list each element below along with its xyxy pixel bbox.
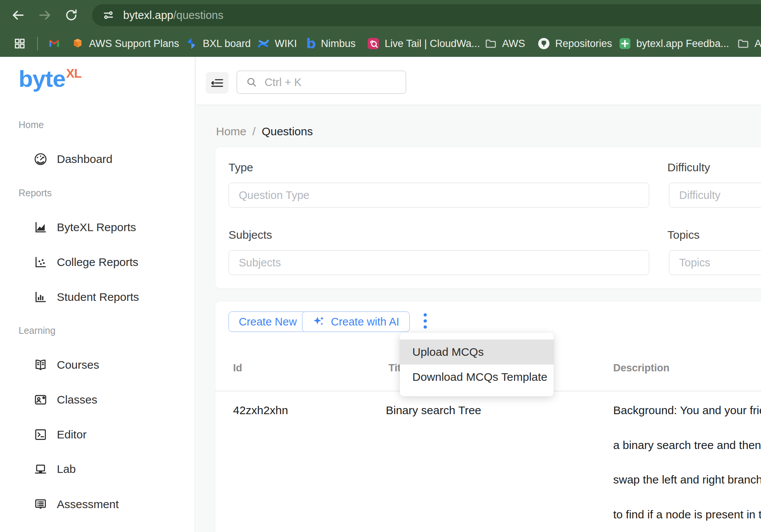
sidebar-item-label: Classes: [57, 393, 97, 406]
cloudwatch-icon: [367, 37, 380, 50]
bookmark-bytexl-feedback[interactable]: bytexl.app Feedba...: [619, 30, 729, 57]
aws-cube-icon: [71, 37, 84, 50]
global-search[interactable]: [236, 70, 406, 94]
create-new-button[interactable]: Create New: [229, 311, 307, 332]
sidebar-item-courses[interactable]: Courses: [33, 357, 99, 372]
collapse-sidebar-icon: [210, 76, 224, 90]
sidebar-item-student-reports[interactable]: Student Reports: [33, 289, 139, 305]
gmail-icon: [48, 37, 61, 50]
subjects-label: Subjects: [229, 229, 272, 241]
kebab-menu-icon: [423, 313, 427, 330]
create-with-ai-button[interactable]: Create with AI: [302, 311, 410, 332]
gauge-icon: [33, 152, 48, 166]
bookmark-gmail[interactable]: [48, 30, 66, 57]
bytexl-logo[interactable]: byteXL: [19, 65, 81, 92]
bookmark-aws-support-plans[interactable]: AWS Support Plans: [71, 30, 179, 57]
confluence-icon: [257, 37, 270, 50]
description-line: a binary search tree and then at oc: [613, 439, 761, 474]
column-header-description: Description: [613, 362, 670, 374]
sidebar-item-college-reports[interactable]: College Reports: [33, 255, 138, 270]
sidebar-item-editor[interactable]: Editor: [33, 427, 86, 442]
actions-dropdown-menu: Upload MCQs Download MCQs Template: [400, 333, 554, 396]
sidebar-item-assessment[interactable]: Assessment: [33, 497, 119, 512]
search-icon: [246, 76, 258, 88]
description-line: Background: You and your friend a: [613, 404, 761, 439]
jira-icon: [185, 37, 198, 50]
bookmark-label: Live Tail | CloudWa...: [385, 38, 480, 50]
breadcrumb: Home/Questions: [216, 125, 313, 138]
create-with-ai-label: Create with AI: [331, 316, 399, 328]
difficulty-label: Difficulty: [667, 161, 710, 174]
subjects-input[interactable]: [229, 250, 649, 275]
nimbus-icon: b: [306, 37, 316, 50]
topics-label: Topics: [667, 229, 700, 241]
folder-icon: [737, 37, 750, 50]
apps-grid-icon[interactable]: [13, 30, 26, 57]
filters-card: Type Difficulty Subjects Topics: [215, 147, 761, 289]
cell-title: Binary search Tree: [386, 404, 481, 416]
menu-item-download-mcqs-template[interactable]: Download MCQs Template: [400, 365, 554, 390]
bookmark-live-tail-cloudwatch[interactable]: Live Tail | CloudWa...: [367, 30, 480, 57]
terminal-icon: [33, 427, 48, 442]
bookmark-label: WIKI: [275, 38, 297, 50]
bookmark-wiki[interactable]: WIKI: [257, 30, 297, 57]
sidebar-item-label: Dashboard: [57, 153, 113, 166]
url-path: /questions: [173, 9, 223, 22]
reload-icon[interactable]: [64, 8, 79, 23]
sidebar-item-lab[interactable]: Lab: [33, 462, 76, 477]
browser-toolbar: bytexl.app/questions: [0, 0, 761, 30]
browser-chrome: bytexl.app/questions AWS Support Plans B…: [0, 0, 761, 57]
folder-icon: [484, 37, 497, 50]
sidebar-section-learning: Learning: [19, 325, 55, 336]
breadcrumb-home[interactable]: Home: [216, 125, 246, 138]
sidebar-item-label: ByteXL Reports: [57, 221, 136, 234]
github-icon: [537, 37, 550, 50]
forward-icon[interactable]: [37, 8, 52, 23]
sidebar-item-bytexl-reports[interactable]: ByteXL Reports: [33, 220, 136, 235]
bookmark-bxl-board[interactable]: BXL board: [185, 30, 251, 57]
difficulty-input[interactable]: [669, 183, 761, 208]
search-input[interactable]: [264, 76, 379, 89]
bookmark-label: BXL board: [203, 38, 251, 50]
url-host: bytexl.app: [123, 9, 173, 22]
question-type-input[interactable]: [229, 183, 649, 208]
more-actions-button[interactable]: [418, 310, 433, 332]
address-bar[interactable]: bytexl.app/questions: [92, 4, 761, 26]
assessment-icon: [33, 497, 48, 512]
bookmark-aws-folder[interactable]: AWS: [484, 30, 525, 57]
menu-item-upload-mcqs[interactable]: Upload MCQs: [400, 340, 554, 365]
bookmark-repositories[interactable]: Repositories: [537, 30, 612, 57]
description-line: to find if a node is present in the tr: [613, 509, 761, 532]
bookmark-label: Nimbus: [321, 38, 356, 50]
bookmarks-bar: AWS Support Plans BXL board WIKI b Nimbu…: [0, 30, 761, 57]
bookmark-folder-cut[interactable]: A: [737, 30, 761, 57]
cell-id: 42zxh2xhn: [233, 404, 288, 416]
sidebar-collapse-button[interactable]: [206, 72, 229, 94]
sidebar: byteXL Home Dashboard Reports ByteXL Rep…: [0, 57, 196, 532]
sidebar-item-label: Editor: [57, 428, 86, 441]
scatter-chart-icon: [33, 255, 48, 269]
sidebar-item-dashboard[interactable]: Dashboard: [33, 152, 113, 167]
cell-description: Background: You and your friend a a bina…: [613, 404, 761, 532]
sheets-plus-icon: [619, 37, 631, 50]
breadcrumb-current: Questions: [261, 125, 313, 138]
site-settings-icon[interactable]: [102, 9, 115, 22]
create-new-label: Create New: [239, 316, 297, 328]
breadcrumb-separator: /: [252, 125, 255, 138]
screenshot: bytexl.app/questions AWS Support Plans B…: [0, 0, 761, 532]
bookmark-label: AWS: [502, 38, 525, 50]
back-icon[interactable]: [11, 8, 26, 23]
area-chart-icon: [33, 220, 48, 235]
bookmark-nimbus[interactable]: b Nimbus: [306, 30, 355, 57]
sidebar-item-classes[interactable]: Classes: [33, 392, 97, 407]
bookmark-label: AWS Support Plans: [89, 38, 179, 50]
topics-input[interactable]: [669, 250, 761, 275]
book-icon: [33, 358, 48, 372]
bar-chart-icon: [33, 290, 48, 304]
sidebar-section-reports: Reports: [19, 188, 52, 199]
sidebar-item-label: College Reports: [57, 256, 138, 269]
app-topbar: [196, 57, 761, 105]
sidebar-section-home: Home: [19, 119, 44, 130]
bookmark-label: Repositories: [555, 38, 612, 50]
description-line: swap the left and right branches o: [613, 474, 761, 509]
